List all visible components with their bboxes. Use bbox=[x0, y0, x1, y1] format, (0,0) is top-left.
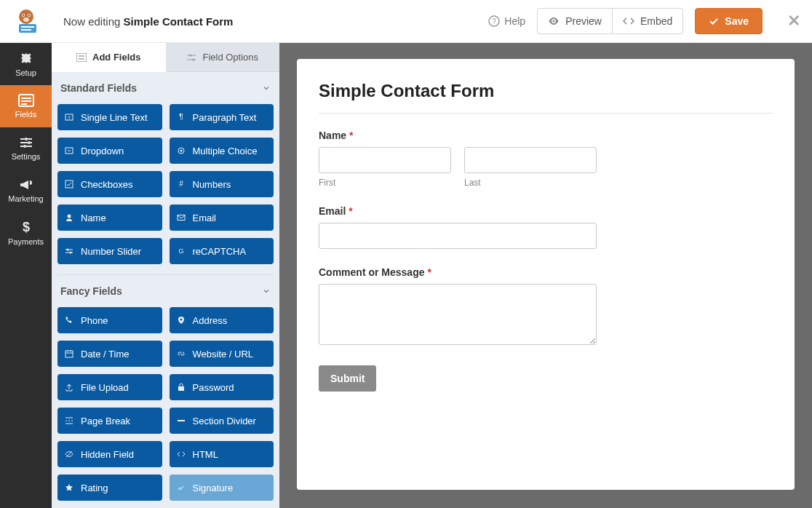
nav-fields[interactable]: Fields bbox=[0, 85, 52, 127]
field-html[interactable]: HTML bbox=[170, 441, 274, 467]
field-paragraph-text[interactable]: ¶Paragraph Text bbox=[170, 104, 274, 130]
svg-point-36 bbox=[67, 249, 69, 251]
field-label: Name bbox=[81, 213, 106, 223]
svg-rect-6 bbox=[19, 24, 36, 33]
form-card: Simple Contact Form Name * First Last bbox=[297, 59, 795, 490]
html-icon bbox=[177, 450, 186, 459]
field-label: Paragraph Text bbox=[193, 112, 257, 123]
svg-point-38 bbox=[70, 252, 72, 254]
preview-button[interactable]: Preview bbox=[537, 8, 613, 34]
field-address[interactable]: Address bbox=[170, 307, 274, 333]
check-icon bbox=[65, 180, 73, 188]
email-input[interactable] bbox=[319, 223, 597, 249]
text-icon: T bbox=[65, 113, 73, 122]
mail-icon bbox=[177, 213, 186, 222]
field-checkboxes[interactable]: Checkboxes bbox=[57, 171, 162, 197]
svg-point-11 bbox=[553, 20, 555, 23]
nav-payments-label: Payments bbox=[8, 237, 44, 246]
field-rating[interactable]: Rating bbox=[57, 475, 162, 501]
field-email[interactable]: Email bbox=[170, 205, 274, 231]
nav-fields-label: Fields bbox=[15, 110, 36, 119]
last-name-input[interactable] bbox=[464, 147, 597, 173]
field-name[interactable]: Name * First Last bbox=[319, 130, 773, 188]
nav-setup[interactable]: Setup bbox=[0, 43, 52, 85]
field-email[interactable]: Email * bbox=[319, 205, 773, 249]
field-name[interactable]: Name bbox=[57, 205, 162, 231]
field-website-url[interactable]: Website / URL bbox=[170, 341, 274, 367]
nav-marketing-label: Marketing bbox=[8, 194, 43, 203]
field-label: Multiple Choice bbox=[193, 146, 258, 156]
recaptcha-icon: G bbox=[177, 247, 186, 255]
upload-icon bbox=[65, 383, 73, 392]
tab-add-fields[interactable]: Add Fields bbox=[52, 43, 166, 72]
star-icon bbox=[65, 483, 73, 492]
required-mark: * bbox=[427, 266, 431, 278]
submit-button[interactable]: Submit bbox=[319, 365, 376, 392]
dropdown-icon bbox=[65, 146, 73, 155]
message-label: Comment or Message * bbox=[319, 266, 773, 278]
svg-point-23 bbox=[190, 54, 192, 56]
svg-point-5 bbox=[23, 17, 29, 22]
group-head-fancy-fields[interactable]: Fancy Fields bbox=[57, 274, 274, 304]
field-multiple-choice[interactable]: Multiple Choice bbox=[170, 138, 274, 164]
sliders-icon bbox=[19, 136, 33, 149]
svg-rect-31 bbox=[65, 180, 73, 188]
form-title: Simple Contact Form bbox=[319, 81, 773, 114]
field-label: Phone bbox=[81, 315, 108, 326]
tab-field-options-label: Field Options bbox=[202, 52, 258, 63]
svg-rect-7 bbox=[21, 26, 34, 28]
nav-marketing[interactable]: Marketing bbox=[0, 170, 52, 212]
field-label: Checkboxes bbox=[81, 179, 133, 190]
name-label: Name * bbox=[319, 130, 773, 141]
phone-icon bbox=[65, 316, 73, 325]
field-dropdown[interactable]: Dropdown bbox=[57, 138, 162, 164]
message-textarea[interactable] bbox=[319, 284, 597, 345]
submit-label: Submit bbox=[330, 373, 365, 384]
nav-settings[interactable]: Settings bbox=[0, 127, 52, 170]
first-name-input[interactable] bbox=[319, 147, 451, 173]
field-file-upload[interactable]: File Upload bbox=[57, 374, 162, 400]
field-signature[interactable]: Signature bbox=[170, 475, 274, 501]
editing-prefix: Now editing bbox=[63, 15, 124, 28]
field-page-break[interactable]: Page Break bbox=[57, 408, 162, 434]
field-section-divider[interactable]: Section Divider bbox=[170, 408, 274, 434]
field-password[interactable]: Password bbox=[170, 374, 274, 400]
field-label: reCAPTCHA bbox=[193, 246, 247, 257]
field-message[interactable]: Comment or Message * bbox=[319, 266, 773, 348]
field-label: Date / Time bbox=[81, 349, 129, 360]
svg-text:¶: ¶ bbox=[179, 113, 183, 121]
cal-icon bbox=[65, 349, 73, 358]
required-mark: * bbox=[349, 205, 352, 217]
embed-button[interactable]: Embed bbox=[613, 8, 683, 34]
svg-point-16 bbox=[25, 138, 28, 140]
help-link[interactable]: ? Help bbox=[488, 15, 525, 27]
field-number-slider[interactable]: Number Slider bbox=[57, 238, 162, 264]
section-icon bbox=[177, 416, 186, 425]
group-head-standard-fields[interactable]: Standard Fields bbox=[57, 72, 274, 101]
embed-label: Embed bbox=[640, 15, 672, 27]
svg-text:G: G bbox=[178, 247, 183, 255]
tab-field-options[interactable]: Field Options bbox=[166, 43, 280, 72]
svg-rect-13 bbox=[21, 98, 31, 99]
svg-rect-34 bbox=[178, 215, 185, 221]
save-button[interactable]: Save bbox=[695, 8, 763, 34]
close-icon[interactable]: ✕ bbox=[787, 12, 800, 31]
slider-icon bbox=[65, 247, 73, 255]
first-sublabel: First bbox=[319, 178, 451, 188]
field-single-line-text[interactable]: TSingle Line Text bbox=[57, 104, 162, 130]
svg-point-17 bbox=[28, 141, 31, 144]
link-icon bbox=[177, 349, 186, 358]
svg-rect-45 bbox=[178, 386, 184, 391]
field-recaptcha[interactable]: GreCAPTCHA bbox=[170, 238, 274, 264]
nav-payments[interactable]: $ Payments bbox=[0, 212, 52, 254]
check-icon bbox=[709, 16, 719, 26]
field-numbers[interactable]: #Numbers bbox=[170, 171, 274, 197]
field-label: Section Divider bbox=[193, 416, 256, 426]
field-options-icon bbox=[186, 53, 196, 62]
chevron-down-icon bbox=[262, 84, 271, 92]
megaphone-icon bbox=[19, 178, 33, 191]
field-date-time[interactable]: Date / Time bbox=[57, 341, 162, 367]
field-phone[interactable]: Phone bbox=[57, 307, 162, 333]
editing-text: Now editing Simple Contact Form bbox=[63, 15, 233, 28]
field-hidden-field[interactable]: Hidden Field bbox=[57, 441, 162, 467]
